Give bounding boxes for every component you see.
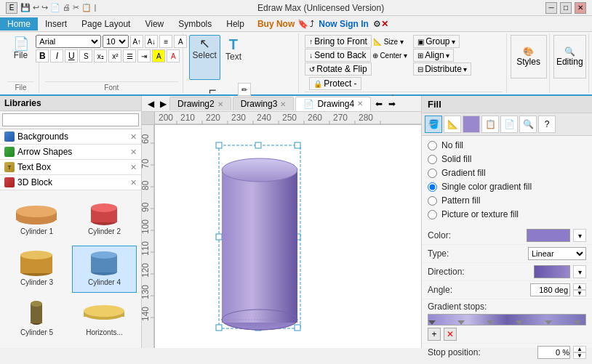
settings-icon[interactable]: ⚙ <box>373 19 381 29</box>
pencil-btn[interactable]: ✏ <box>238 83 251 96</box>
gradient-fill-radio[interactable] <box>428 169 437 178</box>
tab-drawing3[interactable]: Drawing3 ✕ <box>233 97 295 110</box>
single-color-gradient-option[interactable]: Single color gradient fill <box>428 182 586 192</box>
select-tool-btn[interactable]: ↖ Select <box>189 35 220 80</box>
sign-in-button[interactable]: Now Sign In <box>314 17 373 31</box>
align-btn[interactable]: ≡ <box>159 35 172 48</box>
close-button[interactable]: ✕ <box>575 2 586 14</box>
library-item-text-box[interactable]: T Text Box ✕ <box>0 160 141 175</box>
tab-drawing4[interactable]: 📄 Drawing4 ✕ <box>295 97 371 111</box>
editing-btn[interactable]: 🔍 Editing <box>553 35 586 78</box>
type-select[interactable]: Linear Radial <box>528 247 586 260</box>
menu-home[interactable]: Home <box>0 17 38 31</box>
direction-swatch[interactable] <box>534 265 570 278</box>
stop-pos-down-btn[interactable]: ▼ <box>573 352 586 359</box>
font-grow-btn[interactable]: A↑ <box>130 35 143 48</box>
shape-item-cyl3[interactable]: Cylinder 3 <box>4 246 69 294</box>
bold-btn[interactable]: B <box>36 49 49 62</box>
no-fill-radio[interactable] <box>428 141 437 150</box>
3d-block-close[interactable]: ✕ <box>130 178 137 187</box>
superscript-btn[interactable]: x² <box>108 49 121 62</box>
tab-nav-left[interactable]: ◀ <box>145 97 157 110</box>
distribute-btn[interactable]: ⊟ Distribute ▾ <box>413 62 471 76</box>
tab-scroll-right[interactable]: ➡ <box>385 97 399 110</box>
subscript-btn[interactable]: x₂ <box>94 49 107 62</box>
shape-item-cyl1[interactable]: Cylinder 1 <box>4 195 69 243</box>
single-color-gradient-radio[interactable] <box>428 182 437 192</box>
fill-type-icon-2[interactable]: 📐 <box>444 116 461 133</box>
add-stop-btn[interactable]: + <box>428 328 441 341</box>
tab-scroll-left[interactable]: ⬅ <box>372 97 385 110</box>
library-item-arrow-shapes[interactable]: Arrow Shapes ✕ <box>0 145 141 160</box>
font-shrink-btn[interactable]: A↓ <box>145 35 158 48</box>
protect-btn[interactable]: 🔒 Protect - <box>309 77 361 90</box>
fill-type-icon-7[interactable]: ? <box>538 116 556 133</box>
close-menu-icon[interactable]: ✕ <box>381 19 388 29</box>
arrow-shapes-close[interactable]: ✕ <box>130 147 137 157</box>
angle-input[interactable] <box>530 283 570 296</box>
pattern-fill-option[interactable]: Pattern fill <box>428 195 586 206</box>
fill-type-icon-3[interactable] <box>463 116 480 133</box>
angle-up-btn[interactable]: ▲ <box>573 283 586 290</box>
no-fill-option[interactable]: No fill <box>428 140 586 150</box>
strikethrough-btn[interactable]: S <box>79 49 92 62</box>
color-swatch[interactable] <box>527 229 570 242</box>
library-search-input[interactable] <box>2 113 139 126</box>
pattern-fill-radio[interactable] <box>428 196 437 206</box>
menu-symbols[interactable]: Symbols <box>171 17 219 31</box>
rotate-flip-btn[interactable]: ↺ Rotate & Flip <box>305 62 371 76</box>
drawing-canvas[interactable] <box>155 125 421 348</box>
highlight-btn[interactable]: A <box>152 49 165 62</box>
solid-fill-option[interactable]: Solid fill <box>428 154 586 164</box>
menu-view[interactable]: View <box>137 17 171 31</box>
menu-insert[interactable]: Insert <box>38 17 74 31</box>
align-btn-r[interactable]: ⊞ Align ▾ <box>413 49 454 62</box>
fill-type-icon-1[interactable]: 🪣 <box>425 116 442 133</box>
menu-help[interactable]: Help <box>219 17 252 31</box>
italic-btn[interactable]: I <box>50 49 63 62</box>
list-btn[interactable]: ☰ <box>123 49 136 62</box>
shape-item-cyl4[interactable]: Cylinder 4 <box>72 246 137 294</box>
menu-page-layout[interactable]: Page Layout <box>74 17 137 31</box>
bring-to-front-btn[interactable]: ↑ Bring to Front <box>305 35 372 48</box>
styles-btn[interactable]: 🎨 Styles <box>511 35 547 78</box>
direction-dropdown-btn[interactable]: ▾ <box>573 265 586 278</box>
minimize-button[interactable]: ─ <box>545 2 557 14</box>
picture-fill-option[interactable]: Picture or texture fill <box>428 209 586 219</box>
fill-type-icon-5[interactable]: 📄 <box>500 116 518 133</box>
gradient-bar[interactable] <box>428 314 586 325</box>
fill-type-icon-4[interactable]: 📋 <box>481 116 499 133</box>
color-dropdown-btn[interactable]: ▾ <box>573 229 586 242</box>
backgrounds-close[interactable]: ✕ <box>130 132 137 142</box>
tab-drawing3-close[interactable]: ✕ <box>280 100 286 108</box>
send-to-back-btn[interactable]: ↓ Send to Back <box>305 49 370 62</box>
shape-item-horiz[interactable]: Horizonts... <box>72 296 137 344</box>
maximize-button[interactable]: □ <box>560 2 572 14</box>
angle-down-btn[interactable]: ▼ <box>573 290 586 296</box>
library-item-backgrounds[interactable]: Backgrounds ✕ <box>0 129 141 145</box>
text-box-close[interactable]: ✕ <box>130 163 137 172</box>
text-tool-btn[interactable]: T Text <box>222 35 245 80</box>
stop-position-input[interactable] <box>537 346 570 359</box>
tab-drawing2-close[interactable]: ✕ <box>217 100 223 108</box>
font-family-select[interactable]: Arial <box>36 35 101 48</box>
remove-stop-btn[interactable]: ✕ <box>444 328 457 341</box>
picture-fill-radio[interactable] <box>428 210 437 219</box>
library-item-3d-block[interactable]: 3D Block ✕ <box>0 175 141 190</box>
shape-item-cyl5[interactable]: Cylinder 5 <box>4 296 69 344</box>
tab-drawing4-close[interactable]: ✕ <box>357 100 363 108</box>
tab-nav-right[interactable]: ▶ <box>157 97 169 110</box>
stop-pos-up-btn[interactable]: ▲ <box>573 346 586 352</box>
file-btn[interactable]: 📄 File <box>9 35 33 62</box>
font-size-select[interactable]: 10 <box>103 35 129 48</box>
tab-drawing2[interactable]: Drawing2 ✕ <box>169 97 231 110</box>
shape-item-cyl2[interactable]: Cylinder 2 <box>72 195 137 243</box>
underline-btn[interactable]: U <box>65 49 78 62</box>
fill-type-icon-6[interactable]: 🔍 <box>519 116 537 133</box>
font-color-btn[interactable]: A <box>167 49 180 62</box>
group-btn[interactable]: ▣ Group ▾ <box>413 35 459 48</box>
indent-btn[interactable]: ⇥ <box>137 49 151 62</box>
buy-now-link[interactable]: Buy Now <box>257 19 295 29</box>
gradient-fill-option[interactable]: Gradient fill <box>428 168 586 178</box>
solid-fill-radio[interactable] <box>428 155 437 164</box>
